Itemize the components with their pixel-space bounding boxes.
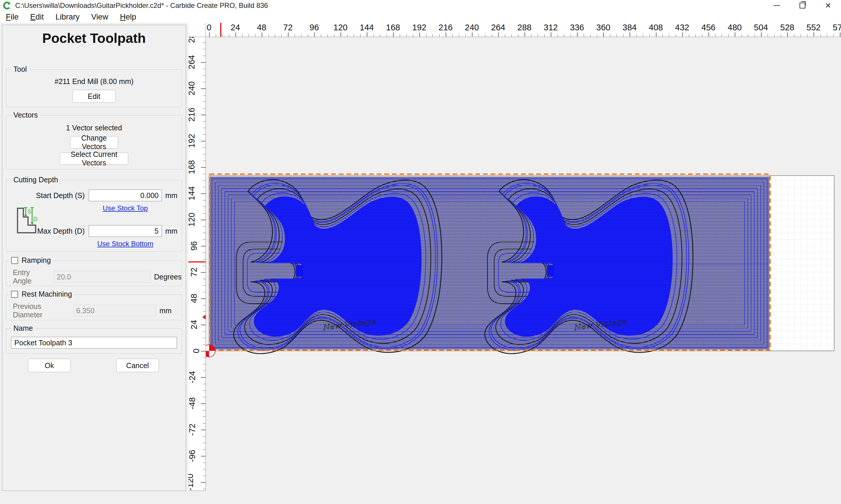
top-ruler: 0244872961201441681922162402642883123363… (206, 23, 841, 37)
ruler-label: 192 (188, 134, 196, 148)
ruler-label: 96 (189, 241, 199, 251)
close-icon: ✕ (825, 2, 831, 9)
carbide-create-logo-icon (3, 1, 11, 10)
start-depth-input[interactable] (89, 190, 162, 201)
ruler-label: 408 (649, 23, 663, 32)
left-ruler: 288264240216192168144120967248240-24-48-… (188, 37, 206, 491)
ruler-label: 72 (189, 268, 199, 277)
depth-step-diagram-icon: S D (15, 206, 38, 235)
y-position-arrow-icon (202, 315, 206, 319)
page-title: Pocket Toolpath (2, 30, 186, 46)
vectors-group-label: Vectors (11, 111, 40, 119)
previous-diameter-label: Previous Diameter (13, 302, 68, 319)
restore-button[interactable] (790, 0, 815, 11)
ruler-label: -120 (188, 474, 195, 490)
ruler-label: 0 (207, 23, 211, 32)
rest-machining-checkbox[interactable] (11, 291, 18, 298)
cancel-button[interactable]: Cancel (116, 359, 159, 372)
ruler-label: 120 (333, 23, 347, 32)
ruler-label: 336 (570, 23, 584, 32)
name-group-label: Name (11, 324, 35, 332)
ruler-label: 144 (360, 23, 374, 32)
ramping-label: Ramping (22, 256, 51, 265)
menu-item-help[interactable]: Help (114, 11, 142, 23)
cutting-depth-group-label: Cutting Depth (11, 176, 61, 184)
entry-angle-input[interactable] (54, 271, 151, 283)
ruler-label: 240 (188, 82, 196, 95)
ramping-checkbox[interactable] (11, 257, 18, 264)
ruler-label: 216 (188, 108, 196, 122)
ruler-label: -48 (188, 397, 198, 410)
tool-group: Tool #211 End Mill (8.00 mm) Edit (6, 69, 182, 107)
ruler-label: 24 (231, 23, 240, 32)
ruler-label: 120 (188, 213, 196, 227)
menu-item-edit[interactable]: Edit (24, 11, 50, 23)
menu-bar: FileEditLibraryViewHelp (0, 11, 841, 23)
start-depth-unit: mm (165, 191, 177, 200)
ruler-label: 0 (191, 348, 201, 353)
origin-marker-icon (206, 345, 215, 357)
minimize-button[interactable] (764, 0, 790, 11)
cursor-x-indicator (220, 23, 221, 37)
ruler-label: 432 (675, 23, 689, 32)
ruler-label: 456 (701, 23, 716, 32)
ruler-label: -24 (188, 371, 198, 383)
ruler-label: 504 (754, 23, 768, 32)
rest-machining-label: Rest Machining (22, 290, 72, 299)
menu-item-view[interactable]: View (86, 11, 114, 23)
ruler-label: 528 (780, 23, 794, 32)
cutting-depth-group: Cutting Depth S D Start Depth (S) mm Use… (6, 180, 182, 252)
ruler-label: 552 (807, 23, 821, 32)
pocket-toolpath-panel: Pocket Toolpath Tool #211 End Mill (8.00… (2, 25, 186, 491)
ramping-group: Ramping Entry Angle Degrees (6, 260, 182, 286)
close-button[interactable]: ✕ (815, 0, 841, 11)
ruler-label: 264 (491, 23, 505, 32)
previous-diameter-unit: mm (159, 307, 172, 315)
ruler-label: -72 (188, 424, 198, 436)
ruler-label: 264 (188, 55, 196, 69)
title-bar: C:\Users\willa\Downloads\GuitarPickholde… (0, 0, 841, 11)
cursor-y-indicator (188, 261, 206, 263)
tool-group-label: Tool (11, 65, 29, 73)
ruler-label: 216 (439, 23, 452, 32)
ruler-label: 384 (622, 23, 637, 32)
ruler-label: 96 (310, 23, 319, 32)
ruler-label: 48 (189, 294, 199, 303)
ruler-label: 168 (188, 160, 196, 174)
design-canvas[interactable]: New Vintage (206, 37, 841, 504)
use-stock-bottom-link[interactable]: Use Stock Bottom (97, 240, 153, 248)
ruler-label: 480 (728, 23, 742, 32)
change-vectors-button[interactable]: Change Vectors (70, 136, 118, 148)
ruler-label: 288 (188, 37, 196, 43)
max-depth-unit: mm (165, 227, 177, 235)
ruler-label: 192 (412, 23, 426, 32)
ruler-label: 576 (833, 23, 841, 32)
ruler-label: 24 (189, 320, 199, 329)
start-depth-label: Start Depth (S) (6, 191, 89, 200)
ruler-label: 360 (596, 23, 610, 32)
tool-name: #211 End Mill (8.00 mm) (55, 77, 134, 86)
ruler-label: 168 (386, 23, 400, 32)
rest-machining-group: Rest Machining Previous Diameter mm (6, 294, 182, 320)
ruler-label: 288 (517, 23, 531, 32)
ruler-label: 48 (257, 23, 266, 32)
ok-button[interactable]: Ok (28, 359, 71, 372)
window-title: C:\Users\willa\Downloads\GuitarPickholde… (15, 1, 268, 10)
ruler-label: -96 (188, 450, 198, 462)
edit-tool-button[interactable]: Edit (72, 90, 116, 103)
use-stock-top-link[interactable]: Use Stock Top (103, 204, 148, 212)
ruler-label: 144 (188, 186, 196, 200)
svg-text:D: D (33, 216, 37, 222)
vectors-status: 1 Vector selected (66, 124, 122, 132)
menu-item-file[interactable]: File (0, 11, 24, 23)
select-current-vectors-button[interactable]: Select Current Vectors (60, 152, 128, 165)
vectors-group: Vectors 1 Vector selected Change Vectors… (6, 115, 182, 169)
restore-icon (800, 3, 805, 8)
ruler-label: 240 (465, 23, 479, 32)
max-depth-input[interactable] (89, 225, 162, 237)
menu-item-library[interactable]: Library (50, 11, 86, 23)
entry-angle-label: Entry Angle (13, 268, 49, 285)
previous-diameter-input[interactable] (73, 305, 156, 317)
toolpath-name-input[interactable] (11, 337, 177, 348)
minimize-icon (774, 5, 780, 6)
